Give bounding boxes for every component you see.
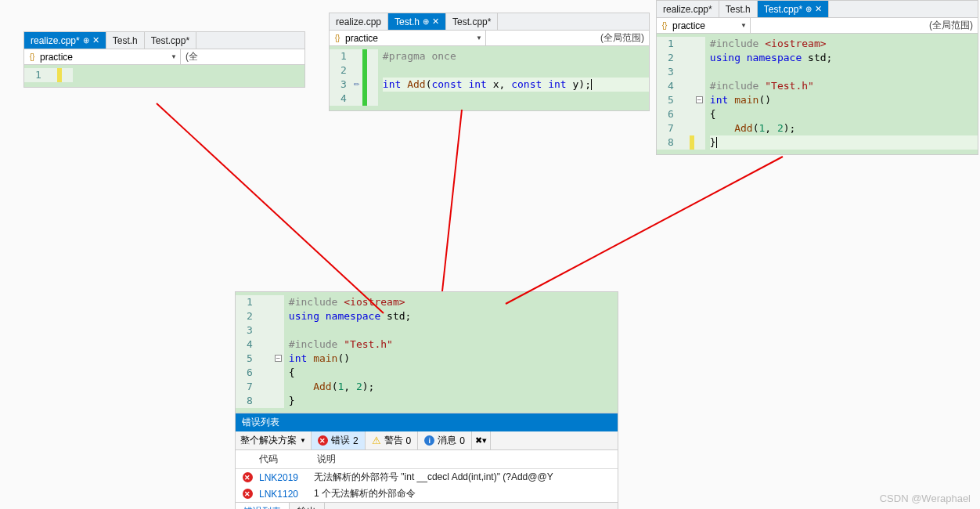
messages-filter-button[interactable]: i 消息 0	[418, 431, 472, 449]
solution-scope-text: 整个解决方案	[240, 434, 297, 447]
output-tab[interactable]: 输出	[290, 503, 325, 509]
editor-pane-testh: realize.cppTest.h⊕✕Test.cpp* {} practice…	[329, 13, 650, 111]
tab-label: Test.cpp*	[764, 4, 802, 15]
error-icon: ✕	[318, 435, 328, 446]
code-line[interactable]: int main()	[289, 352, 618, 366]
pencil-icon: ✎	[351, 79, 362, 90]
code-line[interactable]: }	[289, 394, 618, 408]
close-icon[interactable]: ✕	[432, 16, 439, 27]
namespace-icon: {}	[333, 34, 342, 43]
error-code[interactable]: LNK1120	[259, 489, 314, 500]
code-line[interactable]	[383, 63, 649, 78]
code-line[interactable]	[383, 92, 649, 106]
filter-dropdown-button[interactable]: ✖▾	[472, 431, 491, 449]
file-tab[interactable]: Test.h⊕✕	[388, 13, 446, 30]
namespace-dropdown[interactable]: {} practice ▼	[330, 31, 486, 45]
error-list-title: 错误列表	[242, 416, 279, 429]
editor-pane-testcpp: realize.cpp*Test.hTest.cpp*⊕✕ {} practic…	[656, 0, 978, 155]
code-line[interactable]: #include "Test.h"	[710, 79, 978, 93]
scope-bar: {} practice ▼ (全局范围)	[330, 31, 649, 46]
code-line[interactable]: using namespace std;	[289, 309, 618, 323]
messages-label: 消息	[438, 434, 456, 447]
code-line[interactable]: #include <iostream>	[710, 37, 978, 51]
code-line[interactable]: #include "Test.h"	[289, 338, 618, 352]
code-line[interactable]: {	[289, 366, 618, 380]
output-tabs: 错误列表输出	[236, 502, 618, 509]
code-line[interactable]	[710, 65, 978, 79]
code-line[interactable]	[289, 323, 618, 338]
file-tab[interactable]: Test.cpp*	[446, 13, 498, 30]
output-tab[interactable]: 错误列表	[236, 503, 290, 509]
errors-filter-button[interactable]: ✕ 错误 2	[312, 431, 366, 449]
warning-icon: ⚠	[372, 435, 381, 446]
code-line[interactable]: Add(1, 2);	[710, 121, 978, 135]
editor-pane-realize: realize.cpp*⊕✕Test.hTest.cpp* {} practic…	[23, 31, 305, 88]
chevron-down-icon: ▼	[740, 22, 747, 29]
tab-strip: realize.cppTest.h⊕✕Test.cpp*	[330, 13, 649, 31]
scope-bar: {} practice ▼ (全	[24, 49, 304, 65]
chevron-down-icon: ▼	[171, 53, 177, 60]
messages-count: 0	[459, 435, 465, 446]
code-editor[interactable]: 12345678−#include <iostream>using namesp…	[236, 292, 618, 413]
col-code[interactable]: 代码	[259, 453, 314, 466]
watermark: CSDN @Weraphael	[880, 493, 971, 504]
code-line[interactable]: Add(1, 2);	[289, 380, 618, 394]
error-code[interactable]: LNK2019	[259, 472, 314, 483]
file-tab[interactable]: Test.h	[106, 32, 145, 49]
code-editor[interactable]: 1234✎#pragma onceint Add(const int x, co…	[330, 46, 649, 110]
editor-pane-bottom: 12345678−#include <iostream>using namesp…	[235, 291, 618, 509]
code-line[interactable]: int Add(const int x, const int y);	[383, 78, 649, 92]
svg-line-2	[506, 157, 783, 304]
solution-scope-dropdown[interactable]: 整个解决方案 ▼	[236, 431, 312, 449]
error-list-toolbar: 整个解决方案 ▼ ✕ 错误 2 ⚠ 警告 0 i 消息 0 ✖▾	[236, 431, 618, 450]
code-line[interactable]	[77, 68, 304, 82]
error-icon: ✕	[243, 472, 253, 482]
file-tab[interactable]: Test.h	[719, 1, 758, 17]
errors-count: 2	[353, 435, 358, 446]
scope-right-label: (全	[181, 50, 203, 63]
file-tab[interactable]: realize.cpp	[330, 13, 388, 30]
tab-label: Test.cpp*	[452, 16, 491, 27]
outline-toggle[interactable]: −	[275, 355, 282, 362]
outline-toggle[interactable]: −	[696, 96, 703, 103]
tab-label: Test.h	[113, 35, 138, 46]
namespace-text: practice	[40, 52, 73, 63]
namespace-text: practice	[672, 20, 705, 31]
code-line[interactable]: #include <iostream>	[289, 295, 618, 309]
tab-label: Test.cpp*	[151, 35, 189, 46]
scope-right-label: (全局范围)	[924, 19, 978, 32]
close-icon[interactable]: ✕	[815, 4, 822, 14]
code-line[interactable]: }	[710, 135, 978, 150]
code-editor[interactable]: 12345678−#include <iostream>using namesp…	[657, 34, 978, 154]
warnings-label: 警告	[384, 434, 403, 447]
error-list-header: 代码 说明	[236, 450, 618, 469]
file-tab[interactable]: Test.cpp*	[145, 32, 196, 49]
namespace-dropdown[interactable]: {} practice ▼	[657, 18, 751, 33]
error-icon: ✕	[243, 489, 253, 499]
errors-label: 错误	[331, 434, 350, 447]
file-tab[interactable]: Test.cpp*⊕✕	[758, 1, 829, 17]
col-desc[interactable]: 说明	[314, 453, 618, 466]
file-tab[interactable]: realize.cpp*	[657, 1, 719, 17]
namespace-dropdown[interactable]: {} practice ▼	[24, 49, 181, 64]
code-editor[interactable]: 1	[24, 65, 304, 87]
code-line[interactable]: #pragma once	[383, 49, 649, 63]
file-tab[interactable]: realize.cpp*⊕✕	[24, 32, 106, 49]
chevron-down-icon: ▼	[476, 34, 482, 42]
warnings-filter-button[interactable]: ⚠ 警告 0	[366, 431, 419, 449]
error-row[interactable]: ✕LNK11201 个无法解析的外部命令	[236, 486, 618, 502]
code-line[interactable]: {	[710, 107, 978, 121]
pin-icon[interactable]: ⊕	[423, 17, 429, 26]
tab-label: realize.cpp*	[663, 4, 712, 15]
code-line[interactable]: using namespace std;	[710, 51, 978, 65]
scope-bar: {} practice ▼ (全局范围)	[657, 18, 978, 34]
pin-icon[interactable]: ⊕	[805, 5, 812, 13]
tab-strip: realize.cpp*⊕✕Test.hTest.cpp*	[24, 32, 304, 49]
namespace-icon: {}	[27, 52, 37, 62]
close-icon[interactable]: ✕	[92, 35, 99, 45]
code-line[interactable]: int main()	[710, 93, 978, 107]
pin-icon[interactable]: ⊕	[83, 36, 89, 45]
error-list-rows: ✕LNK2019无法解析的外部符号 "int __cdecl Add(int,i…	[236, 469, 618, 502]
error-row[interactable]: ✕LNK2019无法解析的外部符号 "int __cdecl Add(int,i…	[236, 469, 618, 486]
tab-label: realize.cpp*	[31, 35, 80, 46]
